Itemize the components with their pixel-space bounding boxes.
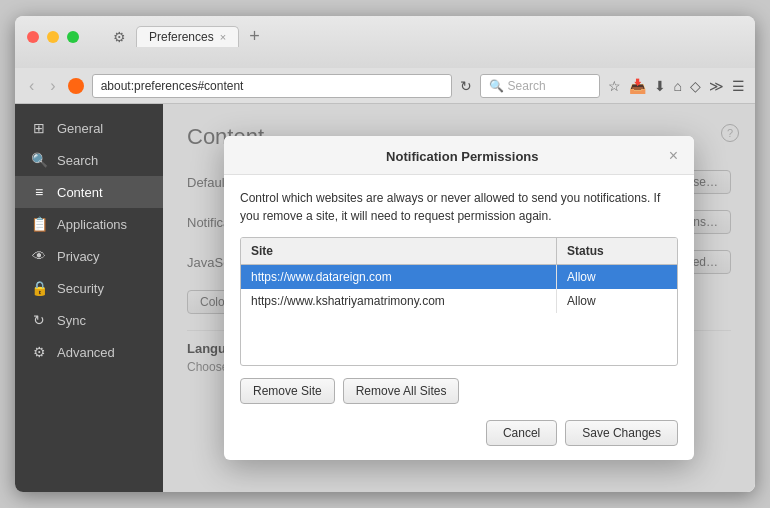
sidebar-item-advanced[interactable]: ⚙ Advanced	[15, 336, 163, 368]
table-row[interactable]: https://www.kshatriyamatrimony.com Allow	[241, 289, 677, 313]
dialog-close-button[interactable]: ×	[669, 148, 678, 164]
sidebar-item-security[interactable]: 🔒 Security	[15, 272, 163, 304]
browser-window: ⚙ Preferences × + ‹ › ↻ 🔍 Search ☆ 📥 ⬇ ⌂…	[15, 16, 755, 492]
remove-all-sites-button[interactable]: Remove All Sites	[343, 378, 460, 404]
dialog-action-row: Cancel Save Changes	[240, 416, 678, 446]
site-column-header: Site	[241, 238, 557, 264]
firefox-logo	[68, 78, 84, 94]
sidebar-item-label: Applications	[57, 217, 127, 232]
sidebar-item-label: Search	[57, 153, 98, 168]
search-icon: 🔍	[489, 79, 504, 93]
cancel-button[interactable]: Cancel	[486, 420, 557, 446]
dialog-body: Control which websites are always or nev…	[224, 175, 694, 460]
extra-icon[interactable]: ≫	[709, 78, 724, 94]
site-cell: https://www.datareign.com	[241, 265, 557, 289]
table-body: https://www.datareign.com Allow https://…	[241, 265, 677, 365]
save-changes-button[interactable]: Save Changes	[565, 420, 678, 446]
maximize-button[interactable]	[67, 31, 79, 43]
toolbar-icons: ☆ 📥 ⬇ ⌂ ◇ ≫ ☰	[608, 78, 745, 94]
permissions-table: Site Status https://www.datareign.com Al…	[240, 237, 678, 366]
modal-overlay: Notification Permissions × Control which…	[163, 104, 755, 492]
notification-permissions-dialog: Notification Permissions × Control which…	[224, 136, 694, 460]
address-bar: ‹ › ↻ 🔍 Search ☆ 📥 ⬇ ⌂ ◇ ≫ ☰	[15, 68, 755, 104]
main-area: ⊞ General 🔍 Search ≡ Content 📋 Applicati…	[15, 104, 755, 492]
gear-icon: ⚙	[107, 29, 132, 45]
sidebar-item-applications[interactable]: 📋 Applications	[15, 208, 163, 240]
sidebar-item-label: General	[57, 121, 103, 136]
preferences-tab[interactable]: Preferences ×	[136, 26, 239, 47]
status-cell: Allow	[557, 265, 677, 289]
dialog-title: Notification Permissions	[256, 149, 669, 164]
remove-site-button[interactable]: Remove Site	[240, 378, 335, 404]
table-row[interactable]: https://www.datareign.com Allow	[241, 265, 677, 289]
sidebar-item-label: Content	[57, 185, 103, 200]
sidebar-item-label: Sync	[57, 313, 86, 328]
close-button[interactable]	[27, 31, 39, 43]
dialog-header: Notification Permissions ×	[224, 136, 694, 175]
site-cell: https://www.kshatriyamatrimony.com	[241, 289, 557, 313]
applications-icon: 📋	[31, 216, 47, 232]
content-icon: ≡	[31, 184, 47, 200]
table-header: Site Status	[241, 238, 677, 265]
search-icon: 🔍	[31, 152, 47, 168]
remove-buttons-row: Remove Site Remove All Sites	[240, 378, 678, 404]
security-icon: 🔒	[31, 280, 47, 296]
menu-icon[interactable]: ☰	[732, 78, 745, 94]
privacy-icon: 👁	[31, 248, 47, 264]
tab-label: Preferences	[149, 30, 214, 44]
sidebar-item-search[interactable]: 🔍 Search	[15, 144, 163, 176]
sync-icon: ↻	[31, 312, 47, 328]
title-bar: ⚙ Preferences × +	[15, 16, 755, 68]
home-icon[interactable]: ⌂	[674, 78, 682, 94]
download-icon[interactable]: ⬇	[654, 78, 666, 94]
url-input[interactable]	[92, 74, 452, 98]
sidebar-item-label: Security	[57, 281, 104, 296]
tab-close-icon[interactable]: ×	[220, 31, 226, 43]
forward-button[interactable]: ›	[46, 75, 59, 97]
sidebar: ⊞ General 🔍 Search ≡ Content 📋 Applicati…	[15, 104, 163, 492]
general-icon: ⊞	[31, 120, 47, 136]
sidebar-item-general[interactable]: ⊞ General	[15, 112, 163, 144]
minimize-button[interactable]	[47, 31, 59, 43]
status-cell: Allow	[557, 289, 677, 313]
dialog-description: Control which websites are always or nev…	[240, 189, 678, 225]
status-column-header: Status	[557, 238, 677, 264]
back-button[interactable]: ‹	[25, 75, 38, 97]
bookmark-icon[interactable]: ☆	[608, 78, 621, 94]
pocket-icon[interactable]: ◇	[690, 78, 701, 94]
sidebar-item-sync[interactable]: ↻ Sync	[15, 304, 163, 336]
sidebar-item-label: Advanced	[57, 345, 115, 360]
sidebar-item-content[interactable]: ≡ Content	[15, 176, 163, 208]
advanced-icon: ⚙	[31, 344, 47, 360]
new-tab-button[interactable]: +	[243, 26, 266, 47]
search-placeholder: Search	[508, 79, 546, 93]
content-area: Content ? Default font: Times New Roman …	[163, 104, 755, 492]
reload-button[interactable]: ↻	[460, 78, 472, 94]
history-icon[interactable]: 📥	[629, 78, 646, 94]
sidebar-item-label: Privacy	[57, 249, 100, 264]
sidebar-item-privacy[interactable]: 👁 Privacy	[15, 240, 163, 272]
